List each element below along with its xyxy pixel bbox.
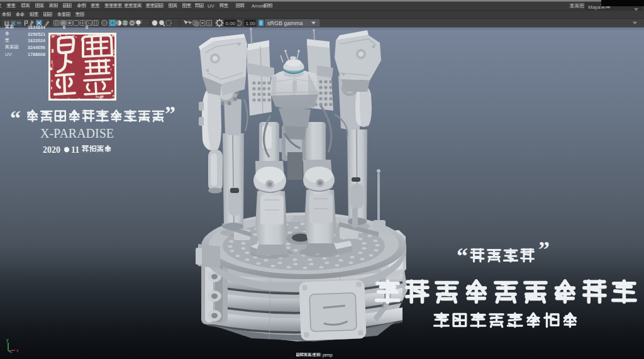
svg-text:1.00: 1.00 xyxy=(246,21,256,26)
svg-text:UV: UV xyxy=(208,3,214,9)
svg-text:1634844: 1634844 xyxy=(28,25,45,30)
svg-text:3244056: 3244056 xyxy=(28,45,45,50)
svg-text:11: 11 xyxy=(71,145,79,155)
svg-text:0.00: 0.00 xyxy=(226,21,236,26)
svg-text:Maya: Maya xyxy=(588,4,601,10)
svg-text:1622024: 1622024 xyxy=(28,38,45,43)
svg-text:X-PARADISE: X-PARADISE xyxy=(40,126,114,140)
svg-text:UV:: UV: xyxy=(5,52,13,57)
svg-text:sRGB gamma: sRGB gamma xyxy=(267,20,303,26)
svg-text:”: ” xyxy=(165,102,175,125)
svg-text:: persp: : persp xyxy=(320,353,333,358)
svg-text:”: ” xyxy=(538,237,550,262)
svg-text:“: “ xyxy=(457,243,468,268)
svg-text:2020: 2020 xyxy=(43,145,60,155)
svg-text:“: “ xyxy=(10,106,21,130)
svg-text:1788668: 1788668 xyxy=(28,52,45,57)
svg-text:0: 0 xyxy=(63,25,65,30)
svg-text:x: x xyxy=(16,348,19,353)
svg-text:0: 0 xyxy=(86,25,88,30)
svg-text:Arnold: Arnold xyxy=(252,3,265,9)
svg-text:3256521: 3256521 xyxy=(28,31,45,37)
svg-text:S: S xyxy=(208,21,211,26)
svg-text:y: y xyxy=(6,338,9,343)
